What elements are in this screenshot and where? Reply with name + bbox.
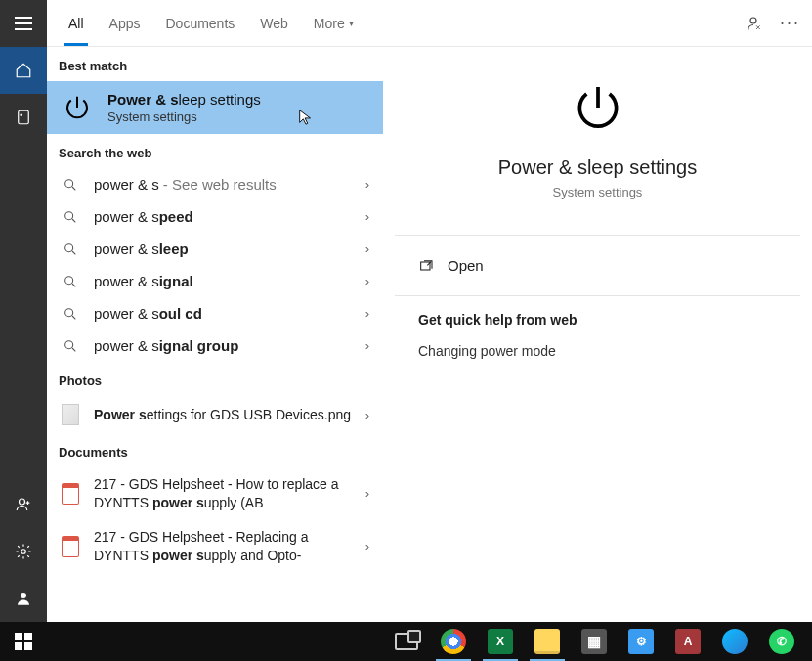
start-hamburger[interactable]: [0, 0, 47, 47]
taskbar-settings[interactable]: ⚙: [618, 622, 664, 661]
photo-result-text: Power settings for GDS USB Devices.png: [94, 406, 352, 424]
power-icon-large: [571, 80, 625, 135]
photo-result[interactable]: Power settings for GDS USB Devices.png ›: [47, 396, 383, 433]
taskbar-edge[interactable]: [711, 622, 758, 661]
document-result[interactable]: 217 - GDS Helpsheet - How to replace a D…: [47, 467, 383, 520]
svg-point-8: [65, 243, 73, 251]
tab-all[interactable]: All: [59, 0, 94, 46]
svg-rect-0: [19, 110, 29, 124]
chrome-icon: [441, 629, 466, 654]
search-icon: [61, 242, 80, 257]
document-result-text: 217 - GDS Helpsheet - How to replace a D…: [94, 475, 352, 512]
svg-rect-12: [421, 262, 430, 270]
search-icon: [61, 274, 80, 289]
detail-subtitle: System settings: [553, 185, 643, 199]
pdf-file-icon: [62, 483, 79, 505]
chevron-right-icon: ›: [365, 242, 369, 256]
chevron-right-icon: ›: [365, 177, 369, 192]
web-result-text: power & signal: [94, 273, 352, 289]
section-photos: Photos: [47, 362, 383, 396]
access-icon: A: [675, 629, 701, 654]
windows-logo-icon: [15, 633, 32, 650]
chevron-right-icon: ›: [365, 338, 369, 353]
open-icon: [418, 258, 434, 274]
taskbar-chrome[interactable]: [430, 622, 477, 661]
edge-icon: [722, 629, 748, 654]
web-result-text: power & signal group: [94, 337, 352, 354]
svg-point-11: [65, 340, 73, 348]
best-match-subtitle: System settings: [107, 110, 261, 124]
feedback-icon[interactable]: [745, 15, 762, 32]
search-icon: [61, 338, 80, 354]
search-top-bar: All Apps Documents Web More▾ ···: [47, 0, 812, 47]
tab-documents[interactable]: Documents: [155, 0, 244, 46]
taskview-button[interactable]: [383, 622, 430, 661]
start-button[interactable]: [0, 622, 47, 661]
svg-point-9: [65, 276, 73, 284]
search-icon: [61, 306, 80, 322]
tab-more[interactable]: More▾: [304, 0, 363, 46]
search-icon: [61, 209, 80, 225]
web-result[interactable]: power & sleep›: [47, 233, 383, 265]
web-result[interactable]: power & soul cd›: [47, 297, 383, 330]
chevron-right-icon: ›: [365, 209, 369, 224]
taskbar-access[interactable]: A: [664, 622, 711, 661]
svg-point-2: [20, 499, 25, 505]
excel-icon: X: [488, 629, 513, 654]
taskbar-file-explorer[interactable]: [524, 622, 571, 661]
chevron-right-icon: ›: [365, 486, 369, 501]
help-link[interactable]: Changing power mode: [395, 333, 800, 369]
taskbar-calculator[interactable]: ▦: [571, 622, 618, 661]
section-search-web: Search the web: [47, 134, 383, 168]
chevron-right-icon: ›: [365, 539, 369, 553]
detail-title: Power & sleep settings: [498, 156, 697, 179]
taskbar-excel[interactable]: X: [477, 622, 524, 661]
web-result[interactable]: power & signal›: [47, 265, 383, 297]
calculator-icon: ▦: [581, 629, 607, 654]
chevron-down-icon: ▾: [349, 18, 354, 28]
taskview-icon: [395, 633, 418, 650]
pdf-file-icon: [62, 536, 79, 557]
rail-home-icon[interactable]: [0, 47, 47, 94]
web-result[interactable]: power & signal group›: [47, 330, 383, 362]
svg-point-6: [65, 179, 73, 187]
chevron-right-icon: ›: [365, 306, 369, 321]
power-icon: [61, 91, 94, 124]
image-file-icon: [62, 404, 79, 425]
help-header: Get quick help from web: [395, 302, 800, 333]
document-result-text: 217 - GDS Helpsheet - Replacing a DYNTTS…: [94, 528, 352, 565]
document-result[interactable]: 217 - GDS Helpsheet - Replacing a DYNTTS…: [47, 520, 383, 573]
search-icon: [61, 177, 80, 193]
open-label: Open: [448, 257, 484, 274]
svg-point-10: [65, 308, 73, 316]
web-result[interactable]: power & s - See web results›: [47, 168, 383, 200]
cursor-icon: [297, 109, 315, 126]
svg-point-3: [21, 550, 26, 554]
web-result-text: power & sleep: [94, 241, 352, 257]
rail-tips-icon[interactable]: [0, 94, 47, 141]
rail-account-icon[interactable]: [0, 575, 47, 622]
folder-icon: [534, 629, 560, 654]
tab-apps[interactable]: Apps: [100, 0, 150, 46]
tab-web[interactable]: Web: [250, 0, 298, 46]
section-best-match: Best match: [47, 47, 383, 81]
chevron-right-icon: ›: [365, 274, 369, 288]
web-result[interactable]: power & speed›: [47, 200, 383, 233]
svg-point-5: [750, 18, 756, 23]
rail-settings-icon[interactable]: [0, 528, 47, 575]
svg-point-7: [65, 211, 73, 219]
best-match-item[interactable]: Power & sleep settings System settings: [47, 81, 383, 134]
control-panel-icon: ⚙: [628, 629, 654, 654]
taskbar-whatsapp[interactable]: ✆: [758, 622, 805, 661]
open-action[interactable]: Open: [395, 242, 800, 289]
more-options-icon[interactable]: ···: [780, 13, 800, 33]
web-result-text: power & s - See web results: [94, 176, 352, 193]
results-panel: Best match Power & sleep settings System…: [47, 47, 383, 622]
section-documents: Documents: [47, 433, 383, 467]
web-result-text: power & soul cd: [94, 305, 352, 322]
detail-pane: Power & sleep settings System settings O…: [395, 57, 800, 369]
rail-people-icon[interactable]: [0, 481, 47, 528]
svg-point-4: [21, 593, 26, 598]
svg-point-1: [21, 114, 22, 116]
whatsapp-icon: ✆: [769, 629, 794, 654]
